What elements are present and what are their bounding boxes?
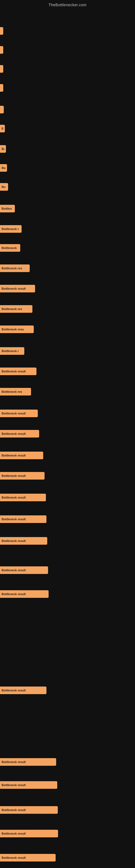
bar-row: Bottleneck result: [0, 494, 46, 501]
chart-area: TheBottlenecker.com BBoBoBoBottlenBottle…: [0, 0, 135, 868]
bar-label: Bottleneck result: [2, 568, 26, 572]
bar-row: Bottleneck: [0, 244, 20, 252]
bar-row: Bottleneck result: [0, 537, 47, 545]
bar-row: [0, 27, 3, 35]
bar-row: Bottleneck res: [0, 305, 32, 313]
bar-row: [0, 84, 3, 92]
bar-row: Bottleneck result: [0, 854, 56, 862]
bar-row: Bottleneck resu: [0, 326, 34, 333]
site-title: TheBottlenecker.com: [0, 0, 135, 8]
bar-row: Bottlen: [0, 205, 15, 212]
bar-row: Bo: [0, 183, 8, 191]
bar-row: Bottleneck result: [0, 285, 35, 292]
bar-label: Bottlen: [2, 207, 12, 210]
bar-label: Bo: [2, 185, 6, 188]
bar-row: Bottleneck result: [0, 758, 56, 766]
bar-label: Bottleneck result: [2, 539, 26, 542]
bar-row: [0, 106, 4, 113]
bar-row: Bottleneck result: [0, 781, 57, 789]
bar-label: Bottleneck result: [2, 689, 26, 692]
bar-label: Bottleneck r: [2, 227, 19, 230]
bar-row: Bottleneck r: [0, 225, 21, 233]
bar-label: Bottleneck result: [2, 856, 26, 859]
bar-label: Bottleneck result: [2, 454, 26, 457]
bar-row: Bo: [0, 164, 7, 172]
bar-row: Bottleneck res: [0, 265, 30, 272]
bar-row: Bottleneck res: [0, 388, 31, 396]
bar-row: [0, 65, 3, 73]
bar-row: Bottleneck result: [0, 368, 37, 375]
bar-label: Bottleneck result: [2, 474, 26, 477]
bar-label: Bottleneck res: [2, 267, 22, 270]
bar-row: Bottleneck result: [0, 830, 58, 837]
bar-label: Bottleneck result: [2, 760, 26, 764]
bar-row: Bottleneck result: [0, 410, 38, 417]
bar-label: Bottleneck result: [2, 832, 26, 835]
bar-row: Bottleneck result: [0, 516, 46, 523]
bar-label: Bottleneck result: [2, 432, 26, 435]
bar-label: Bottleneck result: [2, 287, 26, 290]
bar-row: Bottleneck r: [0, 347, 24, 355]
bar-label: Bottleneck result: [2, 808, 26, 812]
bar-row: Bottleneck result: [0, 472, 45, 479]
bar-row: Bottleneck result: [0, 590, 49, 598]
bar-label: Bottleneck result: [2, 496, 26, 499]
bar-label: Bottleneck res: [2, 307, 22, 311]
bar-label: Bottleneck result: [2, 412, 26, 415]
bar-row: B: [0, 125, 5, 132]
bar-label: Bottleneck r: [2, 349, 19, 352]
bar-label: Bottleneck result: [2, 370, 26, 373]
bar-label: Bottleneck result: [2, 783, 26, 786]
bar-row: Bottleneck result: [0, 806, 58, 814]
bar-label: Bottleneck res: [2, 390, 22, 393]
bar-row: Bottleneck result: [0, 686, 46, 694]
bar-row: Bo: [0, 145, 6, 153]
bar-row: Bottleneck result: [0, 452, 43, 459]
bar-label: Bottleneck result: [2, 592, 26, 596]
bar-row: [0, 46, 3, 54]
bar-row: Bottleneck result: [0, 430, 39, 437]
bar-label: Bo: [2, 147, 4, 151]
bar-row: Bottleneck result: [0, 566, 48, 574]
bar-label: Bo: [2, 166, 5, 169]
bar-label: Bottleneck: [2, 246, 17, 250]
bar-label: B: [2, 127, 3, 130]
bar-label: Bottleneck resu: [2, 328, 24, 331]
bar-label: Bottleneck result: [2, 518, 26, 521]
